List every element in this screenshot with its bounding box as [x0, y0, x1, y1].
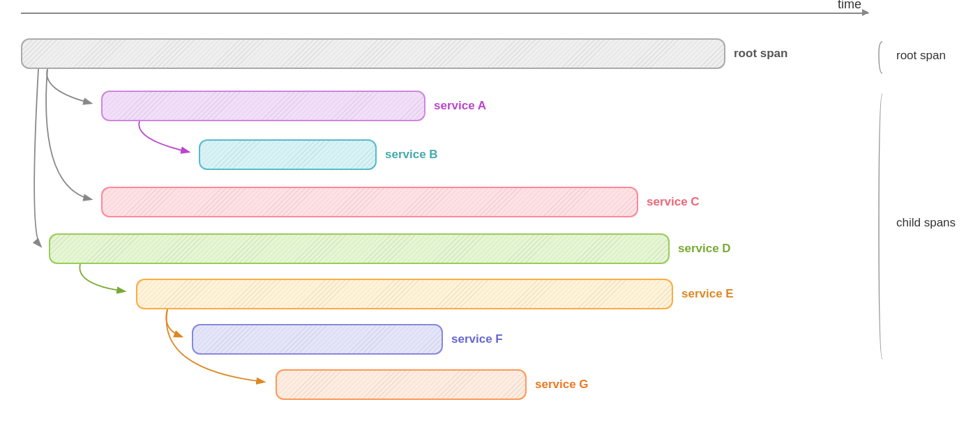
- span-label-serviceF: service F: [451, 332, 503, 346]
- span-label-serviceD: service D: [678, 242, 731, 256]
- time-line: [21, 13, 868, 14]
- span-bar-root: [21, 38, 725, 69]
- span-bar-serviceC: [101, 187, 638, 217]
- span-label-root: root span: [734, 47, 787, 61]
- span-bar-serviceD: [49, 233, 670, 264]
- span-bar-serviceE: [136, 279, 673, 309]
- child-spans-label: child spans: [896, 216, 956, 229]
- right-brace-svg: root span child spans: [875, 38, 959, 401]
- span-bar-serviceA: [101, 91, 425, 121]
- diagram-container: time root spanservice Aservice Bservice …: [0, 0, 980, 425]
- span-label-serviceC: service C: [647, 195, 700, 209]
- span-label-serviceG: service G: [535, 378, 589, 392]
- span-label-serviceA: service A: [434, 99, 486, 113]
- span-bar-serviceB: [199, 139, 377, 170]
- span-label-serviceE: service E: [681, 287, 734, 301]
- span-bar-serviceG: [276, 369, 527, 400]
- time-label: time: [838, 0, 861, 12]
- span-bar-serviceF: [192, 324, 443, 355]
- span-label-serviceB: service B: [385, 148, 438, 162]
- time-arrow: time: [21, 13, 868, 14]
- root-span-label: root span: [896, 49, 946, 62]
- time-arrowhead: [862, 9, 869, 16]
